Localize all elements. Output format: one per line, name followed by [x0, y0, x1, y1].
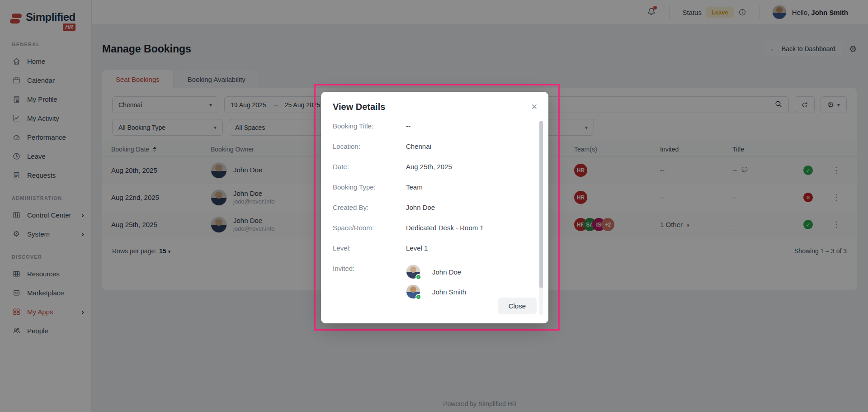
- field-label: Booking Type:: [333, 183, 406, 191]
- field-label: Invited:: [333, 265, 406, 272]
- field-label: Booking Title:: [333, 122, 406, 130]
- invited-person: ✓ John Doe: [406, 265, 466, 279]
- field-value: Team: [406, 183, 423, 191]
- field-label: Date:: [333, 163, 406, 170]
- field-label: Created By:: [333, 204, 406, 211]
- presence-check-icon: ✓: [415, 274, 421, 280]
- close-icon[interactable]: ✕: [531, 103, 538, 111]
- field-value: --: [406, 122, 410, 130]
- field-label: Level:: [333, 244, 406, 252]
- field-value: Dedicated Desk - Room 1: [406, 224, 484, 232]
- field-value: Aug 25th, 2025: [406, 163, 452, 170]
- field-label: Location:: [333, 142, 406, 150]
- invited-name: John Doe: [432, 268, 461, 276]
- view-details-modal: View Details ✕ Booking Title:-- Location…: [321, 92, 548, 323]
- invited-person: ✓ John Smith: [406, 284, 466, 299]
- field-value: John Doe: [406, 204, 435, 211]
- app-root: Simplified HR GENERAL Home Calendar My P…: [0, 0, 868, 412]
- field-value: Chennai: [406, 142, 431, 150]
- invited-name: John Smith: [432, 288, 466, 296]
- field-label: Space/Room:: [333, 224, 406, 232]
- field-value: Level 1: [406, 244, 428, 252]
- scrollbar-thumb[interactable]: [539, 121, 543, 288]
- close-button[interactable]: Close: [498, 298, 537, 314]
- presence-check-icon: ✓: [415, 294, 421, 300]
- modal-title: View Details: [333, 102, 385, 112]
- modal-scrollbar[interactable]: [539, 121, 543, 315]
